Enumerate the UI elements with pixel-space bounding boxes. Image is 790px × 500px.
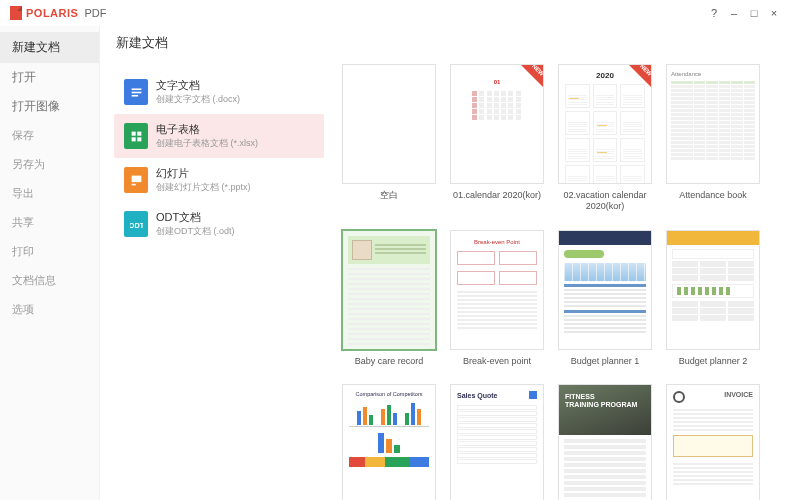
page-title: 新建文档 — [100, 26, 790, 58]
doc-type-icon — [124, 167, 148, 193]
doc-type-list: 文字文档创建文字文档 (.docx)电子表格创建电子表格文档 (*.xlsx)幻… — [114, 64, 324, 500]
logo-icon — [10, 6, 22, 20]
logo-suffix: PDF — [84, 7, 106, 19]
template-label: 空白 — [380, 190, 398, 201]
close-button[interactable]: × — [764, 3, 784, 23]
template-estimate[interactable]: Sales QuoteEstimate — [450, 384, 544, 500]
doc-type-name: 文字文档 — [156, 78, 240, 93]
sidebar-item-9: 选项 — [0, 295, 99, 324]
template-thumb — [342, 230, 436, 350]
doc-type-name: 幻灯片 — [156, 166, 251, 181]
doc-type-blue[interactable]: 文字文档创建文字文档 (.docx) — [114, 70, 324, 114]
doc-type-cyan[interactable]: ODTODT文档创建ODT文档 (.odt) — [114, 202, 324, 246]
template-budget2[interactable]: Budget planner 2 — [666, 230, 760, 367]
template-thumb: Break-even Point — [450, 230, 544, 350]
minimize-button[interactable]: – — [724, 3, 744, 23]
template-label: Budget planner 2 — [679, 356, 748, 367]
sidebar-item-8: 文档信息 — [0, 266, 99, 295]
doc-type-name: ODT文档 — [156, 210, 235, 225]
doc-type-icon — [124, 123, 148, 149]
new-badge-icon: NEW — [519, 64, 544, 89]
sidebar-item-5: 导出 — [0, 179, 99, 208]
sidebar-item-4: 另存为 — [0, 150, 99, 179]
template-label: Baby care record — [355, 356, 424, 367]
svg-rect-6 — [137, 137, 141, 141]
svg-rect-3 — [131, 131, 135, 135]
template-health[interactable]: FITNESSTRAINING PROGRAMHealth — [558, 384, 652, 500]
template-blank[interactable]: 空白 — [342, 64, 436, 212]
template-cal-year[interactable]: NEW202002.vacation calendar 2020(kor) — [558, 64, 652, 212]
doc-type-name: 电子表格 — [156, 122, 258, 137]
sidebar-item-0[interactable]: 新建文档 — [0, 32, 99, 63]
template-thumb: Sales Quote — [450, 384, 544, 500]
doc-type-icon — [124, 79, 148, 105]
doc-type-orange[interactable]: 幻灯片创建幻灯片文档 (*.pptx) — [114, 158, 324, 202]
template-invoice[interactable]: INVOICEInvoice — [666, 384, 760, 500]
sidebar-item-2[interactable]: 打开图像 — [0, 92, 99, 121]
sidebar-item-3: 保存 — [0, 121, 99, 150]
doc-type-ext: 创建电子表格文档 (*.xlsx) — [156, 137, 258, 150]
doc-type-icon: ODT — [124, 211, 148, 237]
template-baby[interactable]: Baby care record — [342, 230, 436, 367]
template-label: 02.vacation calendar 2020(kor) — [558, 190, 652, 212]
template-thumb: Comparison of Competitors — [342, 384, 436, 500]
template-budget1[interactable]: Budget planner 1 — [558, 230, 652, 367]
template-thumb — [666, 230, 760, 350]
doc-type-ext: 创建幻灯片文档 (*.pptx) — [156, 181, 251, 194]
logo-name: POLARIS — [26, 7, 78, 19]
svg-text:ODT: ODT — [130, 220, 143, 229]
svg-rect-5 — [131, 137, 135, 141]
sidebar: 新建文档打开打开图像保存另存为导出共享打印文档信息选项 — [0, 26, 100, 500]
template-gallery: 空白NEW0101.calendar 2020(kor)NEW202002.va… — [324, 64, 780, 500]
titlebar: POLARIS PDF ? – □ × — [0, 0, 790, 26]
app-logo: POLARIS PDF — [6, 6, 106, 20]
doc-type-green[interactable]: 电子表格创建电子表格文档 (*.xlsx) — [114, 114, 324, 158]
template-label: 01.calendar 2020(kor) — [453, 190, 541, 201]
template-thumb: INVOICE — [666, 384, 760, 500]
template-thumb: NEW2020 — [558, 64, 652, 184]
template-thumb: Attendance — [666, 64, 760, 184]
template-chart[interactable]: Comparison of CompetitorsChart — [342, 384, 436, 500]
template-attendance[interactable]: AttendanceAttendance book — [666, 64, 760, 212]
doc-type-ext: 创建ODT文档 (.odt) — [156, 225, 235, 238]
svg-rect-4 — [137, 131, 141, 135]
help-button[interactable]: ? — [704, 3, 724, 23]
maximize-button[interactable]: □ — [744, 3, 764, 23]
sidebar-item-6: 共享 — [0, 208, 99, 237]
template-thumb: NEW01 — [450, 64, 544, 184]
svg-rect-7 — [131, 175, 141, 182]
doc-type-ext: 创建文字文档 (.docx) — [156, 93, 240, 106]
svg-rect-2 — [131, 94, 138, 96]
template-thumb: FITNESSTRAINING PROGRAM — [558, 384, 652, 500]
svg-rect-1 — [131, 91, 141, 93]
template-label: Attendance book — [679, 190, 747, 201]
svg-rect-8 — [131, 183, 135, 185]
template-breakeven[interactable]: Break-even PointBreak-even point — [450, 230, 544, 367]
sidebar-item-1[interactable]: 打开 — [0, 63, 99, 92]
template-thumb — [558, 230, 652, 350]
sidebar-item-7: 打印 — [0, 237, 99, 266]
template-label: Budget planner 1 — [571, 356, 640, 367]
svg-rect-0 — [131, 88, 141, 90]
template-thumb — [342, 64, 436, 184]
template-label: Break-even point — [463, 356, 531, 367]
template-cal-month[interactable]: NEW0101.calendar 2020(kor) — [450, 64, 544, 212]
